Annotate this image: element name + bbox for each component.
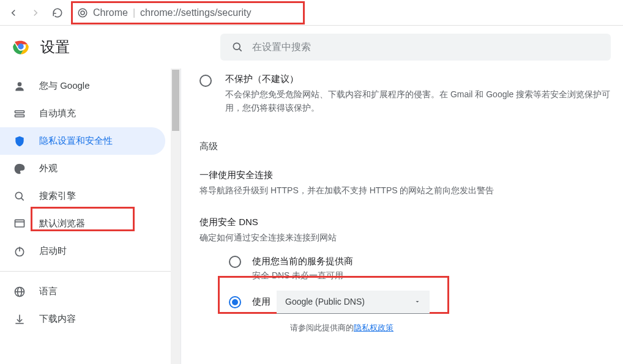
url-prefix: Chrome (93, 7, 128, 18)
search-icon (231, 41, 244, 53)
svg-rect-10 (15, 220, 24, 227)
sidebar-item-label: 搜索引擎 (39, 190, 76, 202)
url-path: chrome://settings/security (140, 7, 251, 18)
dns-option-custom-provider[interactable]: 使用 Google (Public DNS) (229, 291, 623, 314)
page-title: 设置 (40, 37, 70, 57)
chrome-page-icon (77, 7, 88, 18)
sidebar-item-on-startup[interactable]: 启动时 (0, 237, 165, 265)
search-input[interactable] (252, 42, 600, 53)
power-icon (13, 245, 26, 258)
download-icon (13, 313, 26, 325)
radio-unchecked-icon[interactable] (200, 75, 212, 87)
sidebar-item-label: 自动填充 (39, 108, 76, 119)
settings-sidebar: 您与 Google 自动填充 隐私设置和安全性 外观 搜索引擎 默认浏览器 (0, 69, 171, 364)
sidebar-item-default-browser[interactable]: 默认浏览器 (0, 210, 165, 237)
sidebar-item-appearance[interactable]: 外观 (0, 155, 165, 182)
select-value: Google (Public DNS) (285, 297, 365, 306)
svg-point-5 (18, 82, 22, 86)
radio-checked-icon[interactable] (229, 296, 241, 308)
dns-option-current-provider[interactable]: 使用您当前的服务提供商 安全 DNS 未必一直可用 (229, 256, 623, 282)
https-desc: 将导航路径升级到 HTTPS，并在加载不支持 HTTPS 的网站之前向您发出警告 (200, 184, 623, 197)
dns-provider-select[interactable]: Google (Public DNS) (277, 291, 430, 314)
section-advanced-label: 高级 (200, 141, 623, 152)
svg-rect-7 (15, 114, 24, 116)
svg-point-1 (81, 11, 84, 15)
globe-icon (13, 286, 26, 298)
sidebar-item-label: 隐私设置和安全性 (39, 135, 113, 147)
svg-point-0 (78, 9, 87, 17)
browser-icon (13, 218, 26, 230)
dropdown-icon (414, 298, 421, 305)
svg-point-8 (15, 192, 22, 199)
address-bar[interactable]: Chrome | chrome://settings/security (71, 3, 618, 23)
svg-line-4 (239, 49, 242, 51)
sidebar-item-autofill[interactable]: 自动填充 (0, 100, 165, 127)
sidebar-item-label: 外观 (39, 163, 58, 174)
palette-icon (13, 163, 26, 175)
radio-unchecked-icon[interactable] (229, 256, 241, 268)
search-icon (13, 190, 26, 202)
settings-header: 设置 (0, 26, 623, 69)
dns-title: 使用安全 DNS (200, 217, 623, 228)
autofill-icon (13, 108, 26, 120)
chrome-logo-icon (12, 38, 29, 57)
svg-line-9 (21, 198, 24, 200)
privacy-policy-link[interactable]: 隐私权政策 (354, 323, 394, 332)
dns-desc: 确定如何通过安全连接来连接到网站 (200, 231, 623, 244)
option-desc: 安全 DNS 未必一直可用 (252, 269, 353, 282)
sidebar-item-label: 您与 Google (39, 80, 90, 92)
browser-toolbar: Chrome | chrome://settings/security (0, 0, 623, 26)
option-desc: 不会保护您免受危险网站、下载内容和扩展程序的侵害。在 Gmail 和 Googl… (225, 87, 623, 115)
scrollbar[interactable] (171, 69, 181, 364)
dns-use-label: 使用 (252, 296, 270, 308)
reload-button[interactable] (49, 4, 66, 21)
sidebar-item-label: 默认浏览器 (39, 218, 85, 229)
person-icon (13, 80, 26, 92)
sidebar-item-privacy-security[interactable]: 隐私设置和安全性 (0, 127, 165, 155)
sidebar-item-search-engine[interactable]: 搜索引擎 (0, 182, 165, 210)
forward-button[interactable] (27, 4, 44, 21)
option-no-protection[interactable]: 不保护（不建议） 不会保护您免受危险网站、下载内容和扩展程序的侵害。在 Gmai… (200, 73, 623, 115)
sidebar-item-label: 启动时 (39, 245, 67, 257)
settings-search[interactable] (220, 34, 611, 61)
shield-icon (13, 135, 26, 147)
sidebar-item-label: 语言 (39, 286, 58, 297)
sidebar-item-downloads[interactable]: 下载内容 (0, 305, 165, 333)
option-title: 使用您当前的服务提供商 (252, 256, 353, 267)
sidebar-item-languages[interactable]: 语言 (0, 278, 165, 305)
settings-content: 不保护（不建议） 不会保护您免受危险网站、下载内容和扩展程序的侵害。在 Gmai… (181, 69, 623, 364)
sidebar-item-label: 下载内容 (39, 313, 76, 325)
https-title: 一律使用安全连接 (200, 169, 623, 181)
scrollbar-thumb[interactable] (172, 70, 179, 131)
svg-point-3 (233, 43, 240, 50)
divider (0, 271, 171, 272)
svg-rect-6 (15, 111, 24, 113)
option-title: 不保护（不建议） (225, 73, 623, 85)
provider-privacy-note: 请参阅此提供商的隐私权政策 (290, 322, 623, 333)
sidebar-item-you-and-google[interactable]: 您与 Google (0, 72, 165, 100)
back-button[interactable] (5, 4, 22, 21)
